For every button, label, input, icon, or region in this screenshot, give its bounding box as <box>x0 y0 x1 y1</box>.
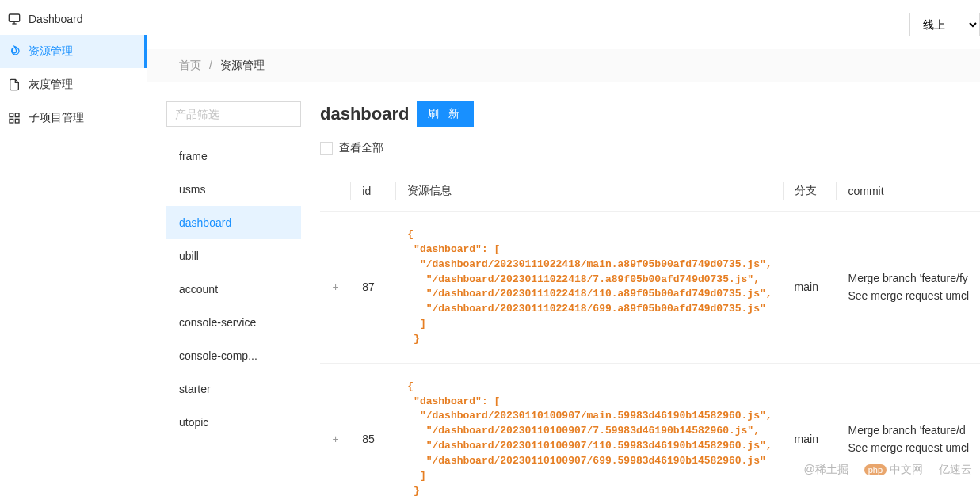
breadcrumb-current: 资源管理 <box>220 59 265 71</box>
col-branch: 分支 <box>784 171 837 212</box>
env-select[interactable]: 线上 <box>909 13 980 36</box>
sidebar-item-label: 资源管理 <box>29 44 73 59</box>
breadcrumb-home[interactable]: 首页 <box>179 59 201 71</box>
main-sidebar: Dashboard 资源管理 灰度管理 子项目管理 <box>0 0 147 496</box>
table-row: + 85 { "dashboard": [ "/dashboard/202301… <box>320 363 980 496</box>
svg-rect-5 <box>15 119 19 123</box>
refresh-button[interactable]: 刷 新 <box>417 101 474 127</box>
sidebar-item-dashboard[interactable]: Dashboard <box>0 3 147 35</box>
detail-panel: dashboard 刷 新 查看全部 id 资源信息 分支 commit <box>320 101 980 496</box>
file-icon <box>8 78 21 91</box>
svg-rect-4 <box>15 113 19 117</box>
product-item-console-service[interactable]: console-service <box>166 306 301 339</box>
table-row: + 87 { "dashboard": [ "/dashboard/202301… <box>320 212 980 364</box>
sidebar-item-subproject[interactable]: 子项目管理 <box>0 101 147 135</box>
sidebar-item-resource[interactable]: 资源管理 <box>0 35 147 68</box>
product-item-utopic[interactable]: utopic <box>166 406 301 439</box>
cell-info: { "dashboard": [ "/dashboard/20230111022… <box>396 212 783 364</box>
col-info: 资源信息 <box>396 171 783 212</box>
grid-icon <box>8 112 21 124</box>
cell-commit: Merge branch 'feature/fy See merge reque… <box>837 212 980 364</box>
sidebar-item-label: 灰度管理 <box>29 78 73 92</box>
content-area: 线上 首页 / 资源管理 frame usms dashboard ubill … <box>147 0 980 496</box>
product-item-console-comp[interactable]: console-comp... <box>166 339 301 372</box>
top-bar: 线上 <box>147 0 980 49</box>
product-filter-input[interactable] <box>166 101 301 127</box>
resource-table: id 资源信息 分支 commit + 87 { "dashboard": [ … <box>320 171 980 496</box>
detail-title: dashboard <box>320 104 409 124</box>
cell-info: { "dashboard": [ "/dashboard/20230110100… <box>396 363 783 496</box>
col-expand <box>320 171 351 212</box>
sidebar-item-label: Dashboard <box>29 13 83 25</box>
cell-id: 87 <box>351 212 396 364</box>
col-commit: commit <box>837 171 980 212</box>
product-panel: frame usms dashboard ubill account conso… <box>166 101 301 496</box>
cell-id: 85 <box>351 363 396 496</box>
col-id: id <box>351 171 396 212</box>
breadcrumb-separator: / <box>209 59 212 71</box>
svg-rect-6 <box>10 119 13 123</box>
product-item-ubill[interactable]: ubill <box>166 239 301 273</box>
fire-icon <box>8 45 21 58</box>
expand-toggle[interactable]: + <box>320 212 351 364</box>
breadcrumb: 首页 / 资源管理 <box>147 49 980 82</box>
sidebar-item-gray[interactable]: 灰度管理 <box>0 68 147 101</box>
cell-commit: Merge branch 'feature/d See merge reques… <box>837 363 980 496</box>
cell-branch: main <box>784 363 837 496</box>
product-item-starter[interactable]: starter <box>166 372 301 406</box>
expand-toggle[interactable]: + <box>320 363 351 496</box>
product-item-dashboard[interactable]: dashboard <box>166 206 301 239</box>
monitor-icon <box>8 13 21 25</box>
product-item-account[interactable]: account <box>166 273 301 306</box>
product-item-usms[interactable]: usms <box>166 173 301 206</box>
view-all-checkbox[interactable] <box>320 142 333 155</box>
svg-rect-3 <box>10 113 13 117</box>
sidebar-item-label: 子项目管理 <box>29 111 84 125</box>
svg-rect-0 <box>9 14 19 21</box>
product-item-frame[interactable]: frame <box>166 139 301 173</box>
cell-branch: main <box>784 212 837 364</box>
view-all-label: 查看全部 <box>339 141 383 155</box>
